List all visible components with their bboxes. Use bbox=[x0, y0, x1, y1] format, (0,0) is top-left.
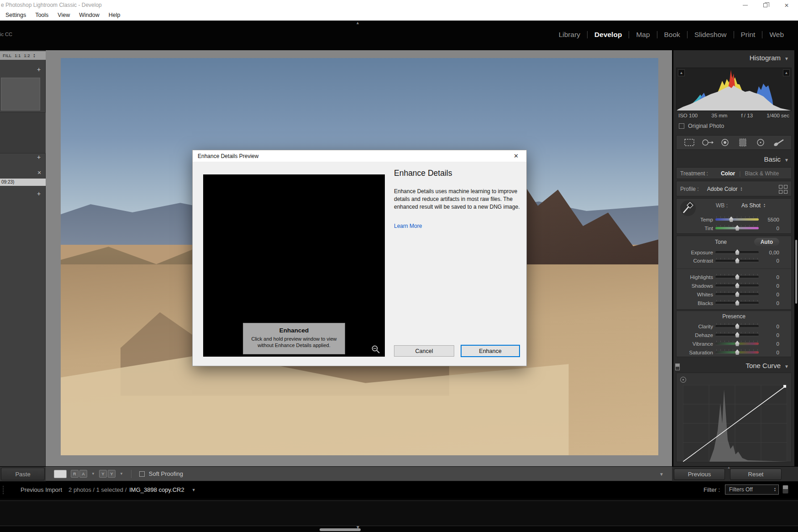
restore-button[interactable] bbox=[755, 0, 776, 10]
enhance-button[interactable]: Enhance bbox=[461, 345, 520, 357]
contrast-slider[interactable] bbox=[715, 260, 759, 262]
zoom-out-icon[interactable] bbox=[371, 345, 380, 354]
zoom-preset-fill[interactable]: FILL bbox=[3, 53, 11, 58]
saturation-slider[interactable] bbox=[715, 351, 759, 353]
zoom-preset-spinner-icon[interactable] bbox=[33, 53, 35, 58]
reference-view-r-button[interactable]: R bbox=[71, 470, 79, 478]
after-view-button[interactable]: Y bbox=[108, 470, 116, 478]
module-map[interactable]: Map bbox=[629, 31, 656, 39]
tone-auto-button[interactable]: Auto bbox=[754, 238, 779, 246]
clarity-slider[interactable] bbox=[715, 325, 759, 327]
spot-removal-tool-icon[interactable] bbox=[700, 137, 714, 148]
shadows-slider[interactable] bbox=[715, 284, 759, 287]
navigator-preview[interactable] bbox=[1, 78, 40, 111]
original-photo-row: Original Photo bbox=[679, 123, 724, 129]
shadow-clipping-icon[interactable] bbox=[678, 69, 685, 76]
vibrance-slider[interactable] bbox=[715, 342, 759, 345]
tone-curve-graph[interactable] bbox=[683, 385, 787, 462]
zoom-preset-1-2[interactable]: 1:2 bbox=[24, 53, 30, 58]
grip-handle-icon[interactable] bbox=[3, 486, 4, 494]
minimize-button[interactable] bbox=[735, 0, 756, 10]
filter-dropdown[interactable]: Filters Off bbox=[725, 485, 779, 495]
profile-dropdown[interactable]: Adobe Color bbox=[707, 186, 738, 192]
histogram-panel-header[interactable]: Histogram bbox=[750, 54, 789, 62]
collapse-arrow-icon bbox=[784, 56, 789, 61]
right-scrollbar-track[interactable] bbox=[794, 50, 798, 466]
dialog-close-button[interactable] bbox=[506, 150, 526, 162]
dehaze-slider[interactable] bbox=[715, 334, 759, 336]
menu-tools[interactable]: Tools bbox=[31, 10, 53, 21]
profile-label: Profile : bbox=[680, 186, 699, 192]
profile-spinner-icon[interactable] bbox=[740, 187, 742, 191]
wb-spinner-icon[interactable] bbox=[763, 203, 766, 208]
before-view-button[interactable]: Y bbox=[99, 470, 107, 478]
enhance-preview-window[interactable]: Enhanced Click and hold preview window t… bbox=[203, 174, 385, 357]
filter-enable-switch[interactable] bbox=[782, 485, 788, 494]
basic-panel-header[interactable]: Basic bbox=[764, 155, 789, 163]
filmstrip-track[interactable] bbox=[0, 500, 798, 526]
panel-add-button[interactable] bbox=[36, 67, 42, 73]
soft-proofing-checkbox[interactable] bbox=[139, 471, 145, 477]
menu-window[interactable]: Window bbox=[74, 10, 104, 21]
treatment-color-option[interactable]: Color bbox=[721, 170, 735, 177]
folders-add-button[interactable] bbox=[36, 191, 42, 197]
clear-filter-icon[interactable] bbox=[37, 170, 42, 175]
white-balance-eyedropper-icon[interactable] bbox=[680, 200, 696, 216]
highlight-clipping-icon[interactable] bbox=[783, 69, 790, 76]
treatment-bw-option[interactable]: Black & White bbox=[745, 170, 779, 177]
reset-button[interactable]: Reset bbox=[730, 469, 782, 480]
learn-more-link[interactable]: Learn More bbox=[394, 223, 422, 229]
module-develop[interactable]: Develop bbox=[588, 31, 629, 39]
module-print[interactable]: Print bbox=[734, 31, 762, 39]
adjustment-brush-tool-icon[interactable] bbox=[771, 137, 786, 148]
dialog-title-bar[interactable]: Enhance Details Preview bbox=[193, 150, 526, 162]
crop-overlay-tool-icon[interactable] bbox=[682, 137, 697, 148]
tint-slider[interactable] bbox=[715, 227, 759, 229]
exif-focal-length: 35 mm bbox=[711, 113, 727, 118]
zoom-preset-1-1[interactable]: 1:1 bbox=[15, 53, 21, 58]
selected-filename[interactable]: IMG_3898 copy.CR2 bbox=[129, 486, 184, 493]
histogram-display[interactable] bbox=[676, 68, 792, 111]
original-photo-label: Original Photo bbox=[688, 123, 724, 129]
radial-filter-tool-icon[interactable] bbox=[753, 137, 768, 148]
original-photo-checkbox[interactable] bbox=[679, 123, 684, 129]
module-book[interactable]: Book bbox=[657, 31, 687, 39]
highlights-slider[interactable] bbox=[715, 276, 759, 278]
menu-help[interactable]: Help bbox=[104, 10, 125, 21]
whites-slider[interactable] bbox=[715, 293, 759, 295]
filename-dropdown-icon[interactable] bbox=[192, 488, 196, 492]
previous-import-source[interactable]: Previous Import bbox=[21, 486, 62, 493]
reference-view-a-button[interactable]: A bbox=[79, 470, 87, 478]
temp-slider[interactable] bbox=[715, 218, 759, 221]
collection-item-selected[interactable]: 09:23) bbox=[0, 179, 46, 186]
previous-button[interactable]: Previous bbox=[674, 469, 725, 480]
module-library[interactable]: Library bbox=[552, 31, 587, 39]
collections-add-button[interactable] bbox=[36, 154, 42, 161]
exif-aperture: f / 13 bbox=[741, 113, 753, 118]
exposure-slider[interactable] bbox=[715, 251, 759, 253]
graduated-filter-tool-icon[interactable] bbox=[735, 137, 750, 148]
reference-view-dropdown-icon[interactable] bbox=[91, 472, 95, 476]
module-slideshow[interactable]: Slideshow bbox=[688, 31, 734, 39]
before-after-dropdown-icon[interactable] bbox=[120, 472, 123, 476]
tone-curve-panel-header[interactable]: Tone Curve bbox=[746, 362, 789, 369]
targeted-adjustment-icon[interactable] bbox=[680, 377, 686, 383]
menu-view[interactable]: View bbox=[53, 10, 74, 21]
show-top-panel-arrow-icon[interactable] bbox=[356, 21, 360, 25]
close-button[interactable] bbox=[776, 0, 797, 10]
loupe-view-icon[interactable] bbox=[54, 470, 67, 478]
right-scrollbar-thumb[interactable] bbox=[795, 240, 797, 304]
blacks-slider[interactable] bbox=[715, 302, 759, 304]
menu-settings[interactable]: Settings bbox=[1, 10, 31, 21]
profile-browser-icon[interactable] bbox=[779, 185, 788, 194]
tone-curve-panel-switch-icon[interactable] bbox=[675, 363, 680, 370]
cancel-button[interactable]: Cancel bbox=[394, 345, 454, 357]
restore-icon bbox=[763, 3, 767, 7]
filmstrip-scrollbar-thumb[interactable] bbox=[320, 528, 361, 531]
toolbar-options-dropdown-icon[interactable] bbox=[659, 472, 664, 477]
wb-dropdown[interactable]: As Shot bbox=[741, 202, 761, 209]
module-web[interactable]: Web bbox=[762, 31, 791, 39]
red-eye-tool-icon[interactable] bbox=[718, 137, 732, 148]
minimize-icon bbox=[743, 5, 748, 5]
paste-button[interactable]: Paste bbox=[1, 468, 45, 480]
